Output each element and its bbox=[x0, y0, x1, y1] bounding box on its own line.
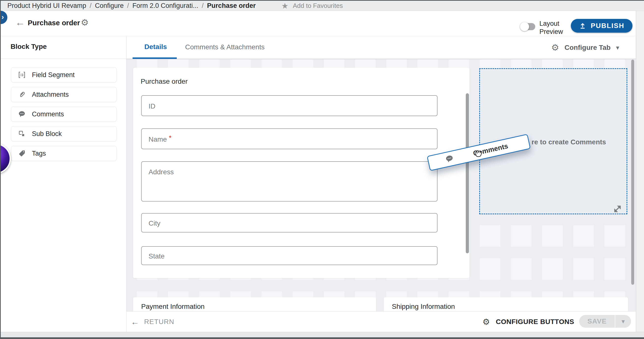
chevron-down-icon: ▾ bbox=[616, 44, 619, 52]
canvas-scrollbar-thumb[interactable] bbox=[631, 60, 634, 285]
return-button[interactable]: ← RETURN bbox=[131, 312, 174, 332]
chevron-down-icon[interactable]: ▾ bbox=[615, 318, 631, 325]
configure-tab-button[interactable]: ⚙ Configure Tab ▾ bbox=[551, 42, 619, 53]
form-canvas: Purchase order ID Name* Address City Sta… bbox=[126, 59, 636, 311]
section-heading: Payment Information bbox=[141, 303, 204, 310]
app-window: Product Hybrid UI Revamp / Configure / F… bbox=[0, 0, 644, 339]
configure-buttons-button[interactable]: ⚙ CONFIGURE BUTTONS bbox=[482, 312, 574, 332]
field-segment-icon bbox=[18, 71, 26, 79]
return-label: RETURN bbox=[144, 318, 174, 326]
field-label: State bbox=[148, 252, 164, 260]
sidebar-item-attachments[interactable]: Attachments bbox=[11, 87, 116, 102]
breadcrumb-item-project[interactable]: Product Hybrid UI Revamp bbox=[7, 2, 86, 10]
breadcrumb-separator: / bbox=[202, 2, 204, 10]
window-top-border bbox=[0, 0, 644, 1]
tab-comments-attachments[interactable]: Comments & Attachments bbox=[185, 43, 265, 51]
breadcrumb-separator: / bbox=[127, 2, 129, 10]
field-name[interactable]: Name* bbox=[141, 128, 438, 149]
page-title: Purchase order bbox=[28, 19, 80, 27]
layout-preview-label-line2: Preview bbox=[540, 28, 563, 36]
layout-preview-label-line1: Layout bbox=[540, 20, 563, 28]
drop-zone-hint-text: re to create Comments bbox=[532, 138, 606, 146]
shipping-information-card: Shipping Information bbox=[384, 297, 628, 311]
breadcrumb-item-current: Purchase order bbox=[207, 2, 256, 10]
block-type-sidebar: Block Type Field Segment Attachments Com… bbox=[1, 36, 126, 332]
gear-icon: ⚙ bbox=[482, 318, 490, 326]
gear-icon: ⚙ bbox=[551, 43, 559, 52]
layout-preview-toggle[interactable] bbox=[521, 22, 536, 30]
field-label: Address bbox=[148, 168, 174, 176]
star-icon: ★ bbox=[281, 2, 288, 10]
tag-icon bbox=[18, 149, 26, 158]
field-id[interactable]: ID bbox=[141, 95, 438, 116]
form-settings-gear-icon[interactable]: ⚙ bbox=[81, 18, 89, 27]
page-header: ← Purchase order ⚙ Layout Preview PUBLIS… bbox=[1, 11, 636, 36]
field-label: Name* bbox=[148, 136, 172, 143]
payment-information-card: Payment Information bbox=[133, 297, 376, 311]
breadcrumb-item-form-config[interactable]: Form 2.0 Configurati... bbox=[132, 2, 198, 10]
configure-tab-label: Configure Tab bbox=[564, 44, 610, 52]
breadcrumb-item-configure[interactable]: Configure bbox=[95, 2, 124, 10]
window-bottom-border bbox=[0, 337, 644, 339]
comment-bubble-icon bbox=[18, 110, 26, 118]
save-button[interactable]: SAVE ▾ bbox=[579, 315, 631, 328]
required-marker: * bbox=[169, 134, 172, 142]
form-block-card: Purchase order ID Name* Address City Sta… bbox=[133, 68, 470, 278]
field-label: City bbox=[148, 220, 160, 227]
sidebar-item-field-segment[interactable]: Field Segment bbox=[11, 67, 116, 82]
save-label: SAVE bbox=[579, 318, 615, 325]
sidebar-item-label: Comments bbox=[32, 110, 64, 118]
active-tab-underline bbox=[132, 58, 177, 59]
back-arrow-icon: ← bbox=[131, 318, 139, 326]
toggle-knob bbox=[520, 22, 529, 31]
chevron-right-icon: › bbox=[2, 13, 4, 21]
publish-button[interactable]: PUBLISH bbox=[571, 19, 632, 33]
field-address[interactable]: Address bbox=[141, 161, 438, 202]
sidebar-title: Block Type bbox=[10, 43, 47, 50]
breadcrumb-bar: Product Hybrid UI Revamp / Configure / F… bbox=[0, 1, 644, 11]
upload-icon bbox=[579, 22, 586, 30]
field-label: ID bbox=[148, 102, 156, 110]
window-bottom-strip bbox=[0, 332, 644, 337]
sub-block-icon bbox=[18, 130, 26, 138]
section-heading: Shipping Information bbox=[392, 303, 455, 310]
publish-label: PUBLISH bbox=[591, 22, 624, 30]
sidebar-divider bbox=[1, 59, 126, 59]
field-city[interactable]: City bbox=[141, 213, 438, 232]
comment-bubble-icon bbox=[444, 154, 455, 164]
window-right-gutter bbox=[636, 11, 644, 337]
add-to-favourites-label: Add to Favourites bbox=[293, 2, 343, 10]
add-to-favourites-button[interactable]: ★ Add to Favourites bbox=[281, 1, 343, 11]
breadcrumb-separator: / bbox=[90, 2, 92, 10]
resize-handle-icon[interactable] bbox=[612, 204, 622, 214]
paperclip-icon bbox=[18, 90, 26, 99]
sidebar-item-label: Sub Block bbox=[32, 130, 62, 138]
tab-bar: Details Comments & Attachments ⚙ Configu… bbox=[126, 36, 636, 59]
back-arrow-icon[interactable]: ← bbox=[15, 18, 25, 27]
sidebar-item-sub-block[interactable]: Sub Block bbox=[11, 126, 116, 142]
window-left-border bbox=[0, 0, 1, 339]
form-block-heading: Purchase order bbox=[141, 78, 188, 86]
sidebar-item-tags[interactable]: Tags bbox=[11, 146, 116, 161]
sidebar-item-comments[interactable]: Comments bbox=[11, 106, 116, 122]
configure-buttons-label: CONFIGURE BUTTONS bbox=[496, 318, 574, 326]
footer-action-bar: ← RETURN ⚙ CONFIGURE BUTTONS SAVE ▾ bbox=[126, 311, 636, 332]
tab-details[interactable]: Details bbox=[144, 43, 167, 51]
form-scrollbar-thumb[interactable] bbox=[466, 93, 469, 253]
sidebar-item-label: Field Segment bbox=[32, 71, 75, 79]
layout-preview-label: Layout Preview bbox=[540, 20, 563, 36]
field-state[interactable]: State bbox=[141, 246, 438, 265]
breadcrumb: Product Hybrid UI Revamp / Configure / F… bbox=[7, 1, 256, 11]
grabbing-hand-cursor bbox=[472, 148, 484, 160]
sidebar-item-label: Tags bbox=[32, 150, 46, 157]
sidebar-item-label: Attachments bbox=[32, 91, 69, 98]
